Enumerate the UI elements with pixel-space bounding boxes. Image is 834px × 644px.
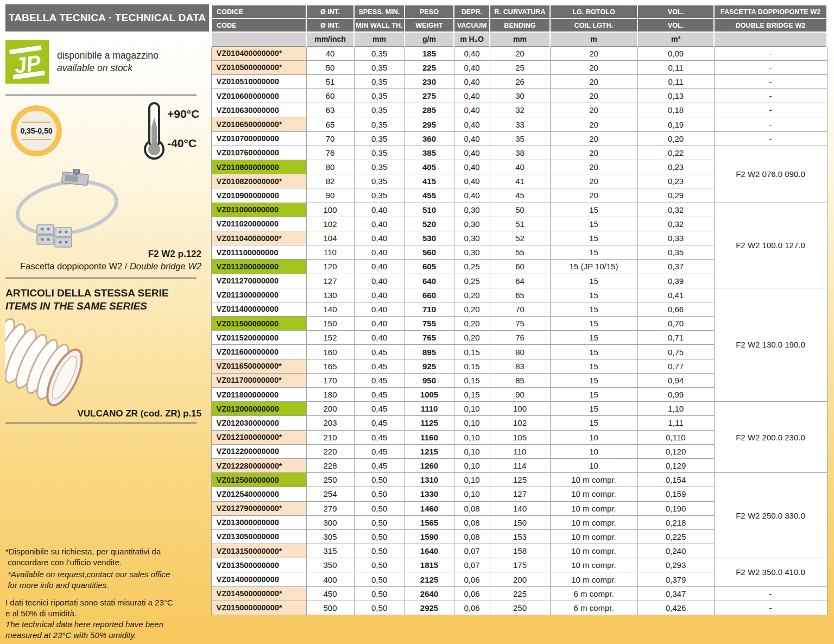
cell-double-bridge-clamp: - xyxy=(714,103,827,117)
cell-weight: 755 xyxy=(405,317,454,331)
cell-weight: 1330 xyxy=(405,487,454,501)
col-units-wall: mm xyxy=(354,32,405,46)
col-header-fascetta: FASCETTA DOPPIOPONTE W2 xyxy=(714,5,827,18)
cell-min-wall: 0,35 xyxy=(354,160,405,174)
cell-diameter: 305 xyxy=(306,529,354,544)
cell-code: VZ011270000000 xyxy=(211,274,306,288)
cell-bending: 225 xyxy=(490,586,550,601)
wall-thickness-badge-icon: 0,35-0,50 xyxy=(10,104,63,157)
cell-vacuum: 0,40 xyxy=(454,146,490,160)
cell-code: VZ011100000000 xyxy=(211,245,306,260)
cell-coil-length: 10 m compr. xyxy=(550,515,637,529)
series-heading-en: ITEMS IN THE SAME SERIES xyxy=(5,300,169,313)
cell-volume: 0,11 xyxy=(637,60,714,74)
cell-code: VZ010500000000* xyxy=(211,60,306,74)
cell-bending: 45 xyxy=(490,188,550,203)
col-header-code: CODE xyxy=(211,18,306,32)
cell-weight: 185 xyxy=(405,46,454,60)
cell-diameter: 82 xyxy=(306,174,354,188)
cell-weight: 660 xyxy=(405,288,454,302)
cell-min-wall: 0,45 xyxy=(354,373,405,387)
cell-double-bridge-clamp: - xyxy=(714,60,827,74)
cell-weight: 415 xyxy=(405,174,454,188)
cell-vacuum: 0,10 xyxy=(454,444,490,458)
cell-bending: 70 xyxy=(490,302,550,316)
cell-volume: 0,379 xyxy=(637,572,714,586)
cell-code: VZ015000000000* xyxy=(211,601,306,615)
cell-weight: 1310 xyxy=(405,473,454,487)
cell-weight: 275 xyxy=(405,89,454,103)
cell-coil-length: 10 m compr. xyxy=(550,544,637,558)
col-header-wall: MIN WALL TH. xyxy=(354,18,405,32)
cell-diameter: 210 xyxy=(306,430,354,444)
cell-code: VZ010900000000 xyxy=(211,188,306,203)
cell-bending: 125 xyxy=(490,473,550,487)
cell-min-wall: 0,40 xyxy=(354,217,405,231)
stock-note-it: disponibile a magazzino xyxy=(57,49,159,62)
cell-vacuum: 0,40 xyxy=(454,46,490,60)
cell-diameter: 90 xyxy=(306,188,354,203)
cell-code: VZ011020000000 xyxy=(211,217,306,231)
clamp-caption: Fascetta doppioponte W2 / Double bridge … xyxy=(0,261,201,272)
cell-min-wall: 0,50 xyxy=(354,487,405,501)
cell-weight: 1125 xyxy=(405,416,454,430)
cell-vacuum: 0,20 xyxy=(454,302,490,316)
cell-weight: 710 xyxy=(405,302,454,316)
cell-min-wall: 0,40 xyxy=(354,203,405,217)
cell-diameter: 140 xyxy=(306,302,354,316)
cell-weight: 230 xyxy=(405,74,454,89)
cell-weight: 1460 xyxy=(405,501,454,515)
cell-vacuum: 0,25 xyxy=(454,260,490,274)
cell-bending: 33 xyxy=(490,117,550,131)
cell-volume: 0,13 xyxy=(637,89,714,103)
cell-diameter: 279 xyxy=(306,501,354,515)
series-heading: ARTICOLI DELLA STESSA SERIE ITEMS IN THE… xyxy=(5,287,169,313)
footnote-measured-en: The technical data here reported have be… xyxy=(5,619,209,640)
cell-double-bridge-clamp: - xyxy=(714,74,827,89)
cell-double-bridge-clamp: F2 W2 200.0 230.0 xyxy=(714,402,827,473)
cell-min-wall: 0,40 xyxy=(354,288,405,302)
cell-weight: 1005 xyxy=(405,388,454,402)
cell-bending: 110 xyxy=(490,444,550,458)
table-body: VZ010400000000*400,351850,4020200,09-VZ0… xyxy=(211,46,827,615)
cell-bending: 127 xyxy=(490,487,550,501)
hose-clamp-image xyxy=(10,169,124,250)
cell-vacuum: 0,25 xyxy=(454,274,490,288)
cell-vacuum: 0,15 xyxy=(454,373,490,387)
cell-double-bridge-clamp: F2 W2 076.0 090.0 xyxy=(714,146,827,203)
cell-weight: 360 xyxy=(405,131,454,146)
cell-volume: 0,347 xyxy=(637,586,714,601)
cell-code: VZ011000000000 xyxy=(211,203,306,217)
cell-min-wall: 0,35 xyxy=(354,89,405,103)
cell-bending: 150 xyxy=(490,515,550,529)
cell-volume: 0,32 xyxy=(637,217,714,231)
cell-weight: 295 xyxy=(405,117,454,131)
cell-volume: 0,11 xyxy=(637,74,714,89)
col-units-bending: mm xyxy=(490,32,550,46)
cell-coil-length: 10 m compr. xyxy=(550,558,637,572)
cell-bending: 60 xyxy=(490,260,550,274)
cell-volume: 1,10 xyxy=(637,402,714,416)
cell-weight: 2125 xyxy=(405,572,454,586)
stock-note-en: available on stock xyxy=(57,62,159,74)
cell-coil-length: 15 xyxy=(550,217,637,231)
col-units-code xyxy=(211,32,306,46)
cell-min-wall: 0,35 xyxy=(354,103,405,117)
cell-min-wall: 0,50 xyxy=(354,572,405,586)
cell-bending: 102 xyxy=(490,416,550,430)
cell-weight: 510 xyxy=(405,203,454,217)
table-row: VZ010760000000760,353850,4038200,22F2 W2… xyxy=(211,146,827,160)
cell-diameter: 102 xyxy=(306,217,354,231)
cell-coil-length: 15 xyxy=(550,245,637,260)
cell-coil-length: 20 xyxy=(550,174,637,188)
cell-vacuum: 0,06 xyxy=(454,572,490,586)
cell-diameter: 160 xyxy=(306,345,354,359)
col-header-vol: VOL. xyxy=(637,18,714,32)
cell-weight: 285 xyxy=(405,103,454,117)
cell-weight: 520 xyxy=(405,217,454,231)
cell-double-bridge-clamp: F2 W2 250.0 330.0 xyxy=(714,473,827,558)
sidebar: TABELLA TECNICA · TECHNICAL DATA JP disp… xyxy=(5,4,209,644)
cell-coil-length: 20 xyxy=(550,117,637,131)
cell-vacuum: 0,20 xyxy=(454,331,490,345)
cell-volume: 0,23 xyxy=(637,174,714,188)
